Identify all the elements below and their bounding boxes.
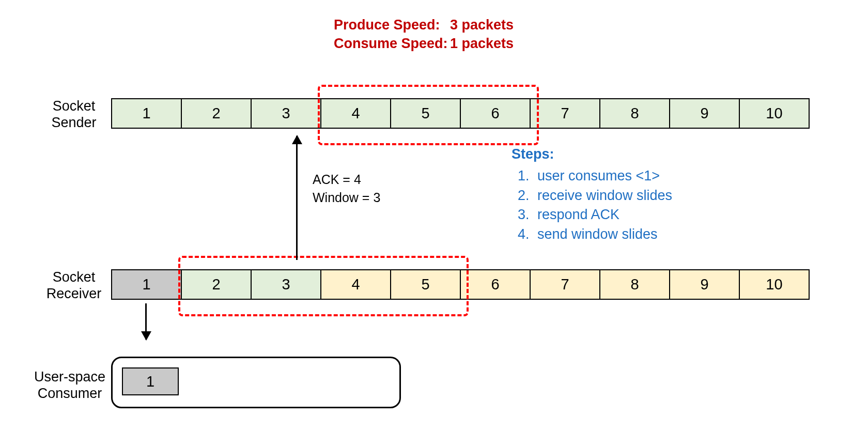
step-text: respond ACK: [537, 207, 619, 222]
sender-line1: Socket: [53, 98, 96, 114]
consumer-line2: Consumer: [38, 386, 102, 401]
steps-title: Steps:: [512, 145, 672, 164]
receiver-line2: Receiver: [47, 286, 102, 301]
produce-speed-value: 3 packets: [450, 16, 522, 34]
consumer-box: 1: [111, 357, 401, 408]
steps-list: user consumes <1> receive window slides …: [512, 166, 672, 244]
receiver-cell: 8: [599, 270, 669, 299]
step-text: receive window slides: [537, 188, 672, 203]
consumer-line1: User-space: [34, 369, 105, 385]
receive-window-box: [178, 256, 469, 316]
receiver-cell: 10: [739, 270, 809, 299]
send-window-box: [318, 85, 539, 145]
sender-line2: Sender: [51, 115, 96, 130]
sender-cell: 10: [739, 99, 809, 128]
sender-cell: 8: [599, 99, 669, 128]
receiver-line1: Socket: [53, 269, 96, 285]
receiver-cell: 6: [460, 270, 530, 299]
step-item: send window slides: [533, 225, 672, 244]
sender-cell: 1: [111, 99, 181, 128]
consume-arrow-icon: [145, 303, 147, 340]
step-text: send window slides: [537, 226, 658, 242]
receiver-cell: 9: [669, 270, 739, 299]
steps-block: Steps: user consumes <1> receive window …: [512, 145, 672, 244]
step-item: respond ACK: [533, 205, 672, 225]
sender-label: Socket Sender: [35, 98, 113, 131]
receiver-cell: 7: [530, 270, 599, 299]
ack-block: ACK = 4 Window = 3: [313, 171, 380, 207]
consume-speed-label: Consume Speed:: [334, 34, 450, 53]
diagram-stage: Produce Speed: 3 packets Consume Speed: …: [0, 0, 868, 430]
receiver-label: Socket Receiver: [35, 269, 113, 302]
produce-speed-label: Produce Speed:: [334, 16, 450, 34]
ack-arrow-icon: [296, 136, 298, 260]
receiver-cell: 1: [111, 270, 181, 299]
ack-line1: ACK = 4: [313, 171, 380, 189]
speed-block: Produce Speed: 3 packets Consume Speed: …: [334, 16, 522, 53]
consumer-label: User-space Consumer: [21, 368, 119, 402]
consume-speed-value: 1 packets: [450, 34, 522, 53]
sender-cell: 2: [181, 99, 251, 128]
consumer-packet: 1: [122, 367, 179, 395]
ack-line2: Window = 3: [313, 189, 380, 207]
sender-cell: 9: [669, 99, 739, 128]
sender-cell: 7: [530, 99, 599, 128]
sender-cell: 3: [251, 99, 320, 128]
step-text: user consumes <1>: [537, 168, 660, 183]
step-item: user consumes <1>: [533, 166, 672, 186]
step-item: receive window slides: [533, 186, 672, 206]
